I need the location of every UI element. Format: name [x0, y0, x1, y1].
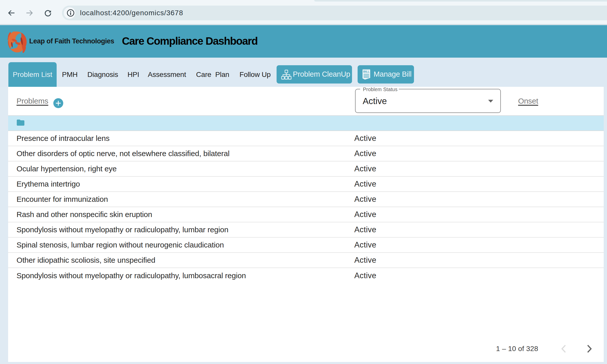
svg-text:BILL: BILL	[363, 70, 370, 73]
